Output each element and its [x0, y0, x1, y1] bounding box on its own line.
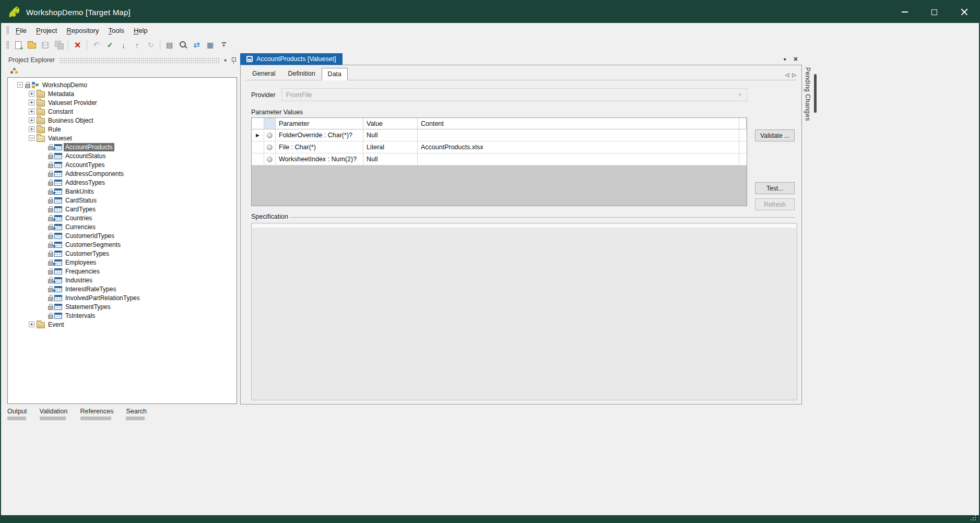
open-button[interactable] [25, 39, 38, 51]
menu-help[interactable]: Help [129, 25, 152, 37]
get-latest-button[interactable] [117, 39, 130, 51]
tab-data[interactable]: Data [322, 68, 348, 80]
tree-item-employees[interactable]: Employees [8, 258, 237, 267]
check-out-button[interactable] [131, 39, 144, 51]
grid-column-header-content[interactable]: Content [418, 118, 739, 129]
collapse-icon[interactable]: − [17, 82, 23, 88]
expand-icon[interactable]: + [29, 100, 34, 105]
menubar-grip[interactable] [6, 26, 9, 34]
tree-item-cardstatus[interactable]: CardStatus [8, 196, 237, 205]
scrollbar-thumb[interactable] [814, 74, 817, 113]
bottom-tab-output[interactable]: Output [7, 408, 27, 420]
delete-button[interactable] [71, 39, 84, 51]
tree-item-cardtypes[interactable]: CardTypes [8, 205, 237, 213]
document-list-chevron-icon[interactable]: ▾ [784, 56, 786, 62]
tab-definition[interactable]: Definition [281, 67, 321, 80]
undo-pending-button[interactable] [90, 39, 103, 51]
bottom-tab-references[interactable]: References [80, 408, 114, 420]
panel-menu-chevron-icon[interactable]: ▾ [224, 57, 227, 63]
maximize-button[interactable] [919, 1, 949, 23]
bottom-tab-search[interactable]: Search [126, 408, 147, 420]
save-all-button[interactable] [52, 39, 65, 51]
resize-grip[interactable] [975, 519, 976, 520]
minimize-button[interactable] [890, 1, 919, 23]
grid-column-header-parameter[interactable]: Parameter [276, 118, 363, 129]
document-close-icon[interactable]: × [794, 56, 798, 62]
tree-item-label: AccountProducts [64, 143, 114, 151]
expand-icon[interactable]: + [29, 117, 34, 123]
tree-item-currencies[interactable]: Currencies [8, 222, 237, 231]
tree-item-industries[interactable]: Industries [8, 276, 237, 284]
table-icon [54, 206, 62, 212]
tree-item-involvedpartrelationtypes[interactable]: InvolvedPartRelationTypes [8, 293, 237, 302]
tree-item-valueset[interactable]: −Valueset [8, 134, 237, 142]
grid-row-folderoverride[interactable]: ▶FolderOverride : Char(*)?Null [252, 129, 747, 141]
grid-row-file[interactable]: File : Char(*)LiteralAccountProducts.xls… [252, 141, 747, 153]
tab-scroll-left-icon[interactable]: ◁ [785, 72, 789, 78]
tree-item-workshopdemo[interactable]: −WorkshopDemo [8, 80, 237, 89]
provider-combobox[interactable]: FromFile ▼ [281, 88, 747, 101]
menu-project[interactable]: Project [31, 25, 62, 37]
menu-file[interactable]: File [11, 25, 31, 37]
grid-column-header-value[interactable]: Value [363, 118, 418, 129]
grid-row-worksheetindex[interactable]: WorksheetIndex : Num(2)?Null [252, 153, 747, 165]
tree-item-customersegments[interactable]: CustomerSegments [8, 240, 237, 249]
tree-item-countries[interactable]: Countries [8, 213, 237, 222]
tree-item-event[interactable]: +Event [8, 320, 237, 329]
compare-button[interactable] [190, 39, 203, 51]
tree-item-accountproducts[interactable]: AccountProducts [8, 142, 237, 151]
bottom-tab-validation[interactable]: Validation [40, 408, 68, 420]
test-button[interactable]: Test... [755, 182, 795, 194]
tree-item-business object[interactable]: +Business Object [8, 116, 237, 125]
row-end-cell [739, 153, 747, 165]
tree-item-label: WorkshopDemo [41, 81, 89, 89]
find-button[interactable] [176, 39, 190, 51]
grid-header-indicator[interactable] [252, 118, 264, 129]
grid-header-icon[interactable] [264, 118, 276, 129]
expand-icon[interactable]: + [29, 322, 34, 327]
tree-item-valueset provider[interactable]: +Valueset Provider [8, 98, 237, 107]
new-map-button[interactable] [11, 39, 25, 51]
menu-tools[interactable]: Tools [104, 25, 129, 37]
tree-item-metadata[interactable]: +Metadata [8, 89, 237, 98]
close-button[interactable] [949, 1, 979, 23]
tab-general[interactable]: General [246, 67, 281, 80]
repository-button[interactable] [204, 39, 217, 51]
save-button[interactable] [39, 39, 52, 51]
map-icon [31, 81, 39, 88]
refresh-button[interactable]: Refresh [755, 198, 795, 210]
expand-icon[interactable]: + [29, 126, 34, 132]
tree-item-customeridtypes[interactable]: CustomerIdTypes [8, 231, 237, 240]
pin-icon[interactable] [231, 57, 236, 64]
tree-item-label: CustomerIdTypes [64, 232, 116, 240]
tree-item-addresstypes[interactable]: AddressTypes [8, 178, 237, 187]
menu-repository[interactable]: Repository [62, 25, 103, 37]
document-tab[interactable]: AccountProducts [Valueset] [240, 53, 343, 65]
toolbar-grip[interactable] [6, 41, 9, 49]
tree-item-statementtypes[interactable]: StatementTypes [8, 302, 237, 311]
pending-changes-tab[interactable]: Pending Changes [804, 67, 811, 121]
expand-icon[interactable]: + [29, 109, 34, 114]
tree-item-interestratetypes[interactable]: InterestRateTypes [8, 284, 237, 293]
tree-item-customertypes[interactable]: CustomerTypes [8, 249, 237, 258]
tab-scroll-right-icon[interactable]: ▷ [792, 72, 796, 78]
check-in-button[interactable] [103, 39, 116, 51]
grid-header-row: ParameterValueContent [252, 118, 747, 129]
tree-item-bankunits[interactable]: BankUnits [8, 187, 237, 196]
validate-button[interactable]: Validate ... [755, 129, 795, 141]
tree-item-accountstatus[interactable]: AccountStatus [8, 151, 237, 160]
expand-icon[interactable]: + [29, 91, 34, 97]
explorer-objects-icon[interactable] [10, 68, 19, 75]
tree-item-constant[interactable]: +Constant [8, 107, 237, 116]
lock-icon [48, 171, 53, 177]
properties-button[interactable] [163, 39, 176, 51]
tree-item-rule[interactable]: +Rule [8, 125, 237, 134]
tree-item-addresscomponents[interactable]: AddressComponents [8, 169, 237, 178]
tree-item-accounttypes[interactable]: AccountTypes [8, 160, 237, 169]
toolbar-overflow-button[interactable] [217, 39, 230, 51]
refresh-status-button[interactable] [144, 39, 157, 51]
tree-item-tsintervals[interactable]: TsIntervals [8, 311, 237, 320]
check-in-icon [107, 41, 113, 49]
tree-item-frequencies[interactable]: Frequencies [8, 267, 237, 276]
collapse-icon[interactable]: − [29, 135, 34, 141]
